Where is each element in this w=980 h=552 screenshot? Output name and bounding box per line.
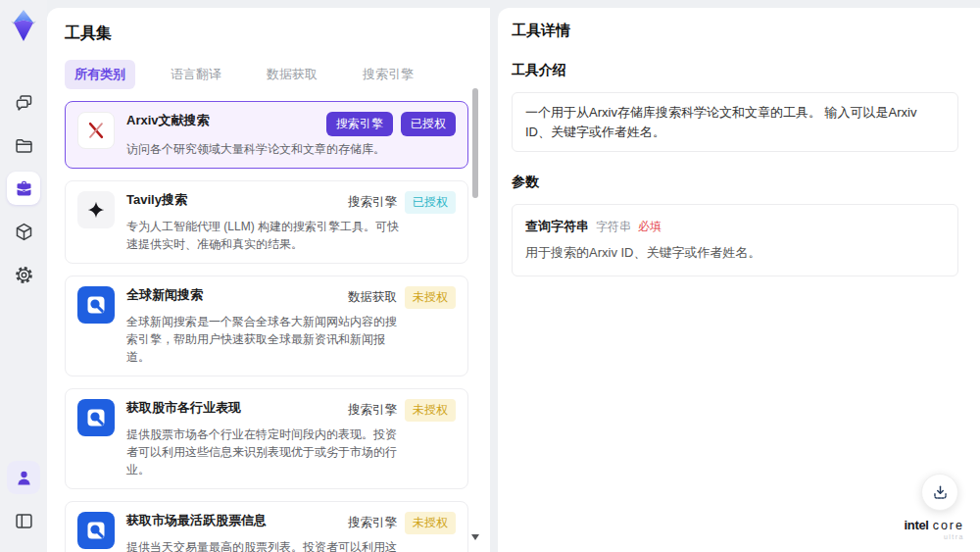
category-badge: 搜索引擎	[326, 112, 393, 136]
tool-name: Arxiv文献搜索	[126, 112, 210, 129]
category-tabs: 所有类别语言翻译数据获取搜索引擎	[65, 60, 472, 89]
params-heading: 参数	[512, 174, 958, 191]
tab-label: 语言翻译	[171, 67, 221, 81]
tool-card[interactable]: 获取市场最活跃股票信息 搜索引擎 未授权 提供当天交易量最高的股票列表。投资者可…	[65, 501, 468, 552]
cube-icon	[14, 222, 34, 242]
category-badge: 搜索引擎	[348, 515, 397, 531]
tool-list: Arxiv文献搜索 搜索引擎 已授权 访问各个研究领域大量科学论文和文章的存储库…	[65, 101, 472, 552]
sidebar-item-toolbox[interactable]	[7, 172, 40, 205]
list-scrollbar-thumb[interactable]	[472, 88, 478, 198]
tool-description: 访问各个研究领域大量科学论文和文章的存储库。	[126, 140, 399, 158]
intel-wordmark: intel	[904, 519, 928, 531]
tool-description: 全球新闻搜索是一个聚合全球各大新闻网站内容的搜索引擎，帮助用户快速获取全球最新资…	[126, 313, 399, 366]
param-required-badge: 必填	[638, 219, 662, 235]
tab-label: 搜索引擎	[363, 67, 414, 81]
tool-body: 获取市场最活跃股票信息 搜索引擎 未授权 提供当天交易量最高的股票列表。投资者可…	[126, 512, 456, 552]
intro-heading: 工具介绍	[512, 62, 958, 79]
tab-label: 所有类别	[74, 67, 125, 81]
tool-badges: 搜索引擎 未授权	[340, 399, 456, 422]
category-tab[interactable]: 所有类别	[65, 60, 135, 89]
auth-status-badge: 未授权	[405, 512, 456, 534]
tool-name: 获取股市各行业表现	[126, 399, 241, 417]
tavily-star-icon	[77, 191, 115, 228]
collapse-panel-icon	[14, 511, 34, 531]
category-badge: 数据获取	[348, 289, 397, 306]
tool-badges: 搜索引擎 已授权	[318, 112, 456, 136]
ultra-wordmark: ultra	[904, 533, 964, 540]
category-tab[interactable]: 搜索引擎	[353, 60, 423, 89]
param-description: 用于搜索的Arxiv ID、关键字或作者姓名。	[525, 244, 945, 262]
intel-core-logo: intel core ultra	[904, 519, 964, 541]
blue-search-icon	[77, 512, 115, 549]
tool-card[interactable]: 全球新闻搜索 数据获取 未授权 全球新闻搜索是一个聚合全球各大新闻网站内容的搜索…	[65, 276, 468, 376]
collapse-sidebar-button[interactable]	[7, 504, 40, 537]
tool-detail-panel: 工具详情 工具介绍 一个用于从Arxiv存储库搜索科学论文和文章的工具。 输入可…	[498, 8, 980, 552]
blue-search-icon	[77, 286, 115, 324]
arxiv-icon	[77, 112, 115, 149]
app-window: 工具集 所有类别语言翻译数据获取搜索引擎 Arxiv文献搜索 搜索引擎 已授权 …	[0, 0, 980, 552]
sidebar-item-files[interactable]	[7, 128, 40, 162]
category-tab[interactable]: 数据获取	[257, 60, 327, 89]
tool-badges: 搜索引擎 未授权	[340, 512, 456, 534]
category-tab[interactable]: 语言翻译	[161, 60, 231, 89]
scroll-down-arrow-icon[interactable]	[471, 534, 479, 540]
content-area: 工具集 所有类别语言翻译数据获取搜索引擎 Arxiv文献搜索 搜索引擎 已授权 …	[47, 0, 980, 552]
gem-logo-icon	[7, 8, 40, 43]
page-title: 工具集	[65, 24, 472, 44]
settings-icon	[14, 265, 34, 285]
tab-label: 数据获取	[267, 67, 318, 81]
tool-list-panel: 工具集 所有类别语言翻译数据获取搜索引擎 Arxiv文献搜索 搜索引擎 已授权 …	[47, 8, 490, 552]
param-head: 查询字符串 字符串 必填	[525, 218, 945, 235]
tool-body: 获取股市各行业表现 搜索引擎 未授权 提供股票市场各个行业在特定时间段内的表现。…	[126, 399, 456, 478]
download-button[interactable]	[921, 474, 958, 511]
tool-badges: 搜索引擎 已授权	[340, 191, 456, 214]
download-icon	[931, 483, 950, 502]
tool-intro-box: 一个用于从Arxiv存储库搜索科学论文和文章的工具。 输入可以是Arxiv ID…	[512, 92, 958, 152]
param-type: 字符串	[596, 219, 631, 235]
auth-status-badge: 未授权	[405, 399, 456, 422]
tool-description: 提供股票市场各个行业在特定时间段内的表现。投资者可以利用这些信息来识别表现优于或…	[126, 426, 399, 478]
detail-title: 工具详情	[512, 22, 958, 40]
blue-search-icon	[77, 399, 115, 436]
param-card: 查询字符串 字符串 必填 用于搜索的Arxiv ID、关键字或作者姓名。	[512, 204, 958, 276]
tool-body: Arxiv文献搜索 搜索引擎 已授权 访问各个研究领域大量科学论文和文章的存储库…	[126, 112, 456, 158]
auth-status-badge: 已授权	[401, 112, 456, 136]
folder-icon	[14, 135, 34, 156]
sidebar-item-user[interactable]	[7, 461, 40, 494]
tool-description: 专为人工智能代理 (LLM) 构建的搜索引擎工具。可快速提供实时、准确和真实的结…	[126, 218, 399, 253]
tool-description: 提供当天交易量最高的股票列表。投资者可以利用这些信息来识别流动性强的股票和潜在的…	[126, 538, 399, 552]
tool-body: Tavily搜索 搜索引擎 已授权 专为人工智能代理 (LLM) 构建的搜索引擎…	[126, 191, 456, 253]
sidebar-item-packages[interactable]	[7, 215, 40, 248]
toolbox-icon	[14, 178, 34, 199]
param-name: 查询字符串	[525, 218, 589, 235]
tool-name: 获取市场最活跃股票信息	[126, 512, 267, 529]
nav-rail	[0, 0, 47, 552]
category-badge: 搜索引擎	[348, 194, 397, 211]
user-icon	[14, 468, 34, 488]
tool-name: 全球新闻搜索	[126, 286, 203, 304]
tool-name: Tavily搜索	[126, 191, 187, 209]
tool-body: 全球新闻搜索 数据获取 未授权 全球新闻搜索是一个聚合全球各大新闻网站内容的搜索…	[126, 286, 456, 366]
tool-badges: 数据获取 未授权	[340, 286, 456, 309]
auth-status-badge: 已授权	[405, 191, 456, 214]
tool-card[interactable]: Tavily搜索 搜索引擎 已授权 专为人工智能代理 (LLM) 构建的搜索引擎…	[65, 180, 468, 264]
chat-icon	[14, 92, 34, 113]
tool-card[interactable]: Arxiv文献搜索 搜索引擎 已授权 访问各个研究领域大量科学论文和文章的存储库…	[65, 101, 468, 169]
core-wordmark: core	[933, 520, 964, 532]
sidebar-item-settings[interactable]	[7, 258, 40, 291]
tool-card[interactable]: 获取股市各行业表现 搜索引擎 未授权 提供股票市场各个行业在特定时间段内的表现。…	[65, 388, 468, 489]
auth-status-badge: 未授权	[405, 286, 456, 309]
sidebar-item-chat[interactable]	[7, 85, 40, 119]
category-badge: 搜索引擎	[348, 402, 397, 419]
